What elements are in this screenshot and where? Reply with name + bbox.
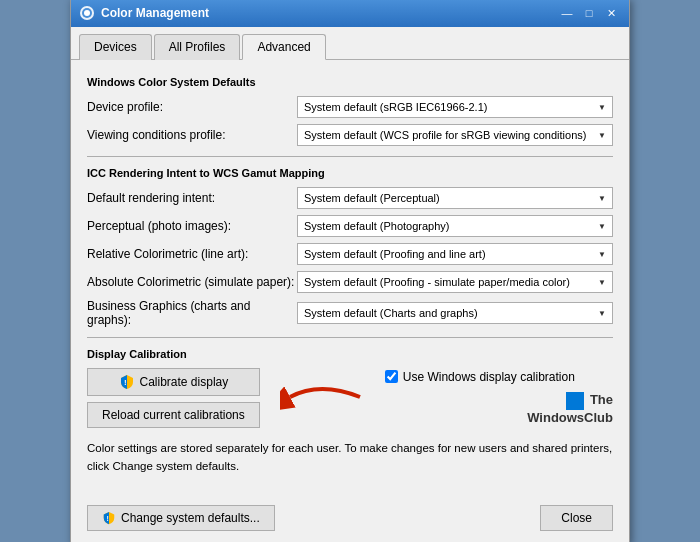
- absolute-colorimetric-value: System default (Proofing - simulate pape…: [304, 276, 570, 288]
- tab-bar: Devices All Profiles Advanced: [71, 27, 629, 60]
- arrow-graphic: [280, 376, 365, 418]
- watermark-icon: [566, 392, 584, 410]
- perceptual-value: System default (Photography): [304, 220, 450, 232]
- watermark: The WindowsClub: [385, 392, 613, 427]
- tab-advanced[interactable]: Advanced: [242, 34, 325, 60]
- chevron-down-icon-2: ▼: [598, 131, 606, 140]
- notice-text: Color settings are stored separately for…: [87, 440, 613, 475]
- device-profile-label: Device profile:: [87, 100, 297, 114]
- color-management-window: Color Management — □ ✕ Devices All Profi…: [70, 0, 630, 542]
- perceptual-label: Perceptual (photo images):: [87, 219, 297, 233]
- reload-label: Reload current calibrations: [102, 408, 245, 422]
- default-rendering-select[interactable]: System default (Perceptual) ▼: [297, 187, 613, 209]
- divider-2: [87, 337, 613, 338]
- calibration-row: ! Calibrate display Reload current calib…: [87, 368, 613, 428]
- chevron-down-icon-5: ▼: [598, 250, 606, 259]
- calibration-buttons: ! Calibrate display Reload current calib…: [87, 368, 260, 428]
- shield-uac-icon: !: [119, 374, 135, 390]
- viewing-conditions-value: System default (WCS profile for sRGB vie…: [304, 129, 586, 141]
- reload-calibrations-button[interactable]: Reload current calibrations: [87, 402, 260, 428]
- watermark-line2: WindowsClub: [527, 410, 613, 425]
- window-title: Color Management: [101, 6, 209, 20]
- default-rendering-row: Default rendering intent: System default…: [87, 187, 613, 209]
- chevron-down-icon-7: ▼: [598, 309, 606, 318]
- absolute-colorimetric-row: Absolute Colorimetric (simulate paper): …: [87, 271, 613, 293]
- perceptual-select[interactable]: System default (Photography) ▼: [297, 215, 613, 237]
- business-graphics-select[interactable]: System default (Charts and graphs) ▼: [297, 302, 613, 324]
- windows-color-title: Windows Color System Defaults: [87, 76, 613, 88]
- business-graphics-label: Business Graphics (charts and graphs):: [87, 299, 297, 327]
- title-buttons: — □ ✕: [557, 4, 621, 22]
- device-profile-value: System default (sRGB IEC61966-2.1): [304, 101, 487, 113]
- chevron-down-icon-6: ▼: [598, 278, 606, 287]
- divider-1: [87, 156, 613, 157]
- tab-all-profiles[interactable]: All Profiles: [154, 34, 241, 60]
- icc-section-title: ICC Rendering Intent to WCS Gamut Mappin…: [87, 167, 613, 179]
- perceptual-row: Perceptual (photo images): System defaul…: [87, 215, 613, 237]
- chevron-down-icon-4: ▼: [598, 222, 606, 231]
- relative-colorimetric-value: System default (Proofing and line art): [304, 248, 486, 260]
- use-windows-calibration-checkbox[interactable]: [385, 370, 398, 383]
- use-windows-calibration-label: Use Windows display calibration: [403, 370, 575, 384]
- default-rendering-label: Default rendering intent:: [87, 191, 297, 205]
- business-graphics-row: Business Graphics (charts and graphs): S…: [87, 299, 613, 327]
- svg-point-2: [84, 10, 90, 16]
- calibrate-display-button[interactable]: ! Calibrate display: [87, 368, 260, 396]
- svg-text:!: !: [106, 514, 108, 521]
- shield-uac-icon-2: !: [102, 511, 116, 525]
- window-icon: [79, 5, 95, 21]
- close-bottom-button[interactable]: Close: [540, 505, 613, 531]
- windows-color-section: Windows Color System Defaults Device pro…: [87, 76, 613, 146]
- absolute-colorimetric-label: Absolute Colorimetric (simulate paper):: [87, 275, 297, 289]
- device-profile-select[interactable]: System default (sRGB IEC61966-2.1) ▼: [297, 96, 613, 118]
- viewing-conditions-select[interactable]: System default (WCS profile for sRGB vie…: [297, 124, 613, 146]
- tab-devices[interactable]: Devices: [79, 34, 152, 60]
- viewing-conditions-label: Viewing conditions profile:: [87, 128, 297, 142]
- chevron-down-icon-3: ▼: [598, 194, 606, 203]
- absolute-colorimetric-select[interactable]: System default (Proofing - simulate pape…: [297, 271, 613, 293]
- title-bar-left: Color Management: [79, 5, 209, 21]
- calibration-section: Display Calibration ! Calibrate display …: [87, 348, 613, 428]
- watermark-line1: The: [590, 392, 613, 407]
- bottom-bar: ! Change system defaults... Close: [71, 497, 629, 542]
- calibration-title: Display Calibration: [87, 348, 613, 360]
- calibrate-label: Calibrate display: [140, 375, 229, 389]
- change-system-defaults-button[interactable]: ! Change system defaults...: [87, 505, 275, 531]
- maximize-button[interactable]: □: [579, 4, 599, 22]
- viewing-conditions-row: Viewing conditions profile: System defau…: [87, 124, 613, 146]
- default-rendering-value: System default (Perceptual): [304, 192, 440, 204]
- red-arrow: [280, 376, 365, 421]
- chevron-down-icon: ▼: [598, 103, 606, 112]
- main-content: Windows Color System Defaults Device pro…: [71, 60, 629, 497]
- use-windows-calibration-row: Use Windows display calibration: [385, 370, 613, 384]
- icc-section: ICC Rendering Intent to WCS Gamut Mappin…: [87, 167, 613, 327]
- minimize-button[interactable]: —: [557, 4, 577, 22]
- relative-colorimetric-row: Relative Colorimetric (line art): System…: [87, 243, 613, 265]
- change-defaults-label: Change system defaults...: [121, 511, 260, 525]
- close-button[interactable]: ✕: [601, 4, 621, 22]
- title-bar: Color Management — □ ✕: [71, 0, 629, 27]
- device-profile-row: Device profile: System default (sRGB IEC…: [87, 96, 613, 118]
- relative-colorimetric-select[interactable]: System default (Proofing and line art) ▼: [297, 243, 613, 265]
- svg-text:!: !: [124, 378, 127, 387]
- business-graphics-value: System default (Charts and graphs): [304, 307, 478, 319]
- checkbox-and-watermark: Use Windows display calibration The Wind…: [385, 370, 613, 427]
- relative-colorimetric-label: Relative Colorimetric (line art):: [87, 247, 297, 261]
